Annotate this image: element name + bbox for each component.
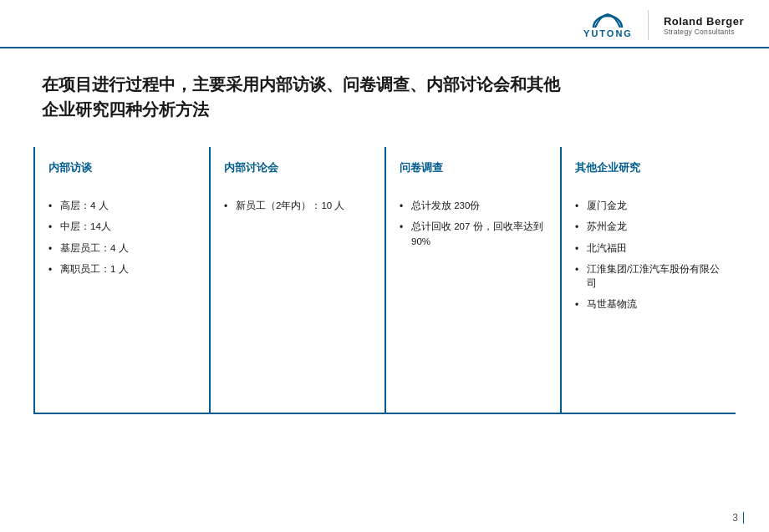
list-item: 基层员工：4 人	[48, 241, 196, 256]
list-item: 苏州金龙	[575, 220, 722, 234]
card-other-research: 其他企业研究 厦门金龙 苏州金龙 北汽福田 江淮集团/江淮汽车股份有限公司 马世…	[560, 147, 736, 414]
yutong-arc-icon	[592, 13, 624, 28]
logo-divider	[648, 10, 649, 40]
list-item: 江淮集团/江淮汽车股份有限公司	[575, 262, 722, 291]
card-survey: 问卷调查 总计发放 230份 总计回收 207 份，回收率达到90%	[384, 147, 560, 414]
content-area: 内部访谈 高层：4 人 中层：14人 基层员工：4 人 离职员工：1 人 内部讨…	[0, 130, 769, 431]
title-line1: 在项目进行过程中，主要采用内部访谈、问卷调查、内部讨论会和其他	[42, 72, 727, 97]
list-item: 总计回收 207 份，回收率达到90%	[400, 220, 547, 249]
card-title-1: 内部访谈	[48, 160, 196, 182]
logo-area: YUTONG Roland Berger Strategy Consultant…	[583, 10, 744, 40]
list-item: 厦门金龙	[575, 199, 722, 213]
card-items-1: 高层：4 人 中层：14人 基层员工：4 人 离职员工：1 人	[48, 199, 196, 276]
header: YUTONG Roland Berger Strategy Consultant…	[0, 0, 769, 48]
yutong-label: YUTONG	[583, 28, 633, 38]
card-internal-interview: 内部访谈 高层：4 人 中层：14人 基层员工：4 人 离职员工：1 人	[33, 147, 209, 414]
yutong-logo: YUTONG	[583, 13, 633, 38]
main-title: 在项目进行过程中，主要采用内部访谈、问卷调查、内部讨论会和其他 企业研究四种分析…	[42, 72, 727, 122]
list-item: 北汽福田	[575, 241, 722, 256]
list-item: 马世基物流	[575, 297, 722, 312]
list-item: 中层：14人	[48, 220, 196, 234]
main-title-area: 在项目进行过程中，主要采用内部访谈、问卷调查、内部讨论会和其他 企业研究四种分析…	[0, 48, 769, 130]
cards-container: 内部访谈 高层：4 人 中层：14人 基层员工：4 人 离职员工：1 人 内部讨…	[33, 147, 736, 414]
footer: 3	[732, 512, 744, 524]
card-items-3: 总计发放 230份 总计回收 207 份，回收率达到90%	[400, 199, 547, 249]
list-item: 离职员工：1 人	[48, 262, 196, 276]
card-title-4: 其他企业研究	[575, 160, 722, 182]
card-items-2: 新员工（2年内）：10 人	[224, 199, 371, 213]
page-number: 3	[732, 512, 738, 524]
rb-name-label: Roland Berger	[664, 15, 744, 28]
card-title-2: 内部讨论会	[224, 160, 371, 182]
card-title-3: 问卷调查	[400, 160, 547, 182]
card-items-4: 厦门金龙 苏州金龙 北汽福田 江淮集团/江淮汽车股份有限公司 马世基物流	[575, 199, 722, 312]
list-item: 高层：4 人	[48, 199, 196, 213]
list-item: 总计发放 230份	[400, 199, 547, 213]
title-line2: 企业研究四种分析方法	[42, 97, 727, 122]
list-item: 新员工（2年内）：10 人	[224, 199, 371, 213]
footer-divider-icon	[743, 512, 744, 524]
rb-subtitle-label: Strategy Consultants	[664, 28, 735, 36]
card-internal-discussion: 内部讨论会 新员工（2年内）：10 人	[209, 147, 384, 414]
roland-berger-logo: Roland Berger Strategy Consultants	[664, 15, 744, 36]
